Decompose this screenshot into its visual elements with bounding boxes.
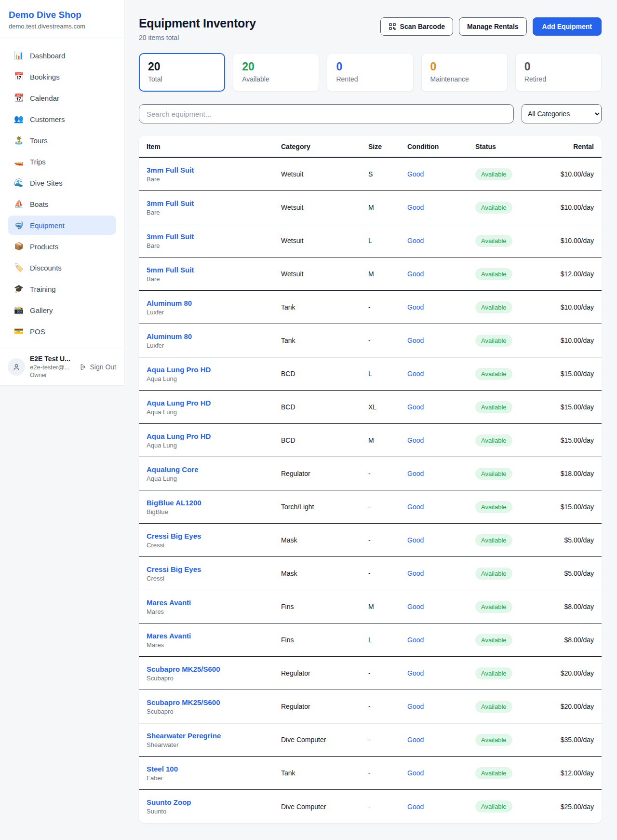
stat-card-total[interactable]: 20Total <box>139 53 225 92</box>
condition-link[interactable]: Good <box>407 303 424 311</box>
sidebar-item-gallery[interactable]: 📸Gallery <box>8 300 116 320</box>
condition-link[interactable]: Good <box>407 636 424 644</box>
item-size: - <box>368 503 407 511</box>
item-status: Available <box>475 202 557 214</box>
add-equipment-button[interactable]: Add Equipment <box>533 17 602 36</box>
condition-link[interactable]: Good <box>407 569 424 577</box>
sidebar-item-products[interactable]: 📦Products <box>8 237 116 256</box>
item-link[interactable]: Steel 100 <box>147 765 281 773</box>
sidebar-item-dive-sites[interactable]: 🌊Dive Sites <box>8 173 116 192</box>
item-category: Torch/Light <box>281 503 368 511</box>
user-role: Owner <box>30 372 75 379</box>
condition-link[interactable]: Good <box>407 237 424 244</box>
item-link[interactable]: Cressi Big Eyes <box>147 565 281 573</box>
condition-link[interactable]: Good <box>407 470 424 477</box>
item-link[interactable]: 5mm Full Suit <box>147 266 281 274</box>
sidebar-item-label: Customers <box>30 115 65 123</box>
barcode-icon <box>389 23 396 30</box>
item-size: - <box>368 536 407 544</box>
condition-link[interactable]: Good <box>407 270 424 278</box>
sidebar-item-pos[interactable]: 💳POS <box>8 322 116 341</box>
item-link[interactable]: 3mm Full Suit <box>147 166 281 174</box>
stat-card-rented[interactable]: 0Rented <box>327 53 413 92</box>
item-cell: Steel 100Faber <box>147 765 281 782</box>
stat-card-available[interactable]: 20Available <box>233 53 319 92</box>
condition-link[interactable]: Good <box>407 769 424 777</box>
item-size: - <box>368 569 407 577</box>
item-link[interactable]: BigBlue AL1200 <box>147 499 281 507</box>
item-link[interactable]: 3mm Full Suit <box>147 199 281 207</box>
condition-link[interactable]: Good <box>407 669 424 677</box>
sidebar-item-discounts[interactable]: 🏷️Discounts <box>8 258 116 277</box>
item-link[interactable]: Aluminum 80 <box>147 299 281 307</box>
dashboard-icon: 📊 <box>14 52 24 59</box>
sidebar-item-tours[interactable]: 🏝️Tours <box>8 131 116 150</box>
item-link[interactable]: Suunto Zoop <box>147 798 281 806</box>
item-brand: Luxfer <box>147 342 281 349</box>
brand-name[interactable]: Demo Dive Shop <box>9 10 115 20</box>
stat-card-maintenance[interactable]: 0Maintenance <box>421 53 508 92</box>
item-size: M <box>368 603 407 610</box>
item-link[interactable]: Mares Avanti <box>147 598 281 607</box>
sidebar-item-equipment[interactable]: 🤿Equipment <box>8 216 116 235</box>
condition-link[interactable]: Good <box>407 603 424 610</box>
item-link[interactable]: Aqualung Core <box>147 465 281 474</box>
condition-link[interactable]: Good <box>407 403 424 411</box>
stat-value: 0 <box>336 61 404 73</box>
sidebar-item-bookings[interactable]: 📅Bookings <box>8 67 116 86</box>
item-link[interactable]: Scubapro MK25/S600 <box>147 698 281 706</box>
condition-link[interactable]: Good <box>407 436 424 444</box>
manage-rentals-label: Manage Rentals <box>467 23 519 30</box>
item-link[interactable]: Aluminum 80 <box>147 332 281 340</box>
sidebar-item-boats[interactable]: ⛵Boats <box>8 194 116 214</box>
sidebar-item-calendar[interactable]: 📆Calendar <box>8 88 116 108</box>
item-link[interactable]: 3mm Full Suit <box>147 232 281 241</box>
search-input[interactable] <box>139 104 514 123</box>
sign-out-button[interactable]: Sign Out <box>80 363 116 371</box>
item-size: - <box>368 769 407 777</box>
item-rental: $15.00/day <box>557 503 594 511</box>
item-cell: Aqua Lung Pro HDAqua Lung <box>147 366 281 382</box>
item-condition: Good <box>407 370 475 378</box>
item-condition: Good <box>407 403 475 411</box>
condition-link[interactable]: Good <box>407 536 424 544</box>
scan-barcode-button[interactable]: Scan Barcode <box>380 17 453 36</box>
item-size: L <box>368 370 407 378</box>
sidebar-item-trips[interactable]: 🚤Trips <box>8 152 116 171</box>
item-link[interactable]: Aqua Lung Pro HD <box>147 399 281 407</box>
sidebar-item-dashboard[interactable]: 📊Dashboard <box>8 46 116 65</box>
item-brand: Aqua Lung <box>147 375 281 382</box>
item-link[interactable]: Aqua Lung Pro HD <box>147 366 281 374</box>
discounts-icon: 🏷️ <box>14 264 24 271</box>
condition-link[interactable]: Good <box>407 503 424 511</box>
item-link[interactable]: Scubapro MK25/S600 <box>147 665 281 673</box>
item-link[interactable]: Shearwater Peregrine <box>147 732 281 740</box>
item-link[interactable]: Mares Avanti <box>147 632 281 640</box>
condition-link[interactable]: Good <box>407 203 424 211</box>
condition-link[interactable]: Good <box>407 337 424 344</box>
person-icon <box>12 363 21 371</box>
sidebar-item-label: Trips <box>30 158 46 166</box>
condition-link[interactable]: Good <box>407 170 424 178</box>
manage-rentals-button[interactable]: Manage Rentals <box>459 17 527 36</box>
condition-link[interactable]: Good <box>407 703 424 710</box>
category-select[interactable]: All Categories <box>522 104 602 123</box>
condition-link[interactable]: Good <box>407 803 424 811</box>
stat-value: 0 <box>524 61 592 73</box>
sidebar-item-training[interactable]: 🎓Training <box>8 279 116 298</box>
item-link[interactable]: Aqua Lung Pro HD <box>147 432 281 440</box>
sidebar-item-customers[interactable]: 👥Customers <box>8 109 116 129</box>
status-badge: Available <box>475 202 512 214</box>
table-row: Shearwater PeregrineShearwaterDive Compu… <box>139 723 602 757</box>
condition-link[interactable]: Good <box>407 736 424 744</box>
tours-icon: 🏝️ <box>14 136 24 144</box>
status-badge: Available <box>475 534 512 546</box>
condition-link[interactable]: Good <box>407 370 424 378</box>
item-cell: Shearwater PeregrineShearwater <box>147 732 281 748</box>
status-badge: Available <box>475 301 512 313</box>
item-link[interactable]: Cressi Big Eyes <box>147 532 281 540</box>
stat-card-retired[interactable]: 0Retired <box>515 53 602 92</box>
training-icon: 🎓 <box>14 285 24 293</box>
item-cell: Mares AvantiMares <box>147 632 281 649</box>
sidebar-item-label: Boats <box>30 200 48 208</box>
